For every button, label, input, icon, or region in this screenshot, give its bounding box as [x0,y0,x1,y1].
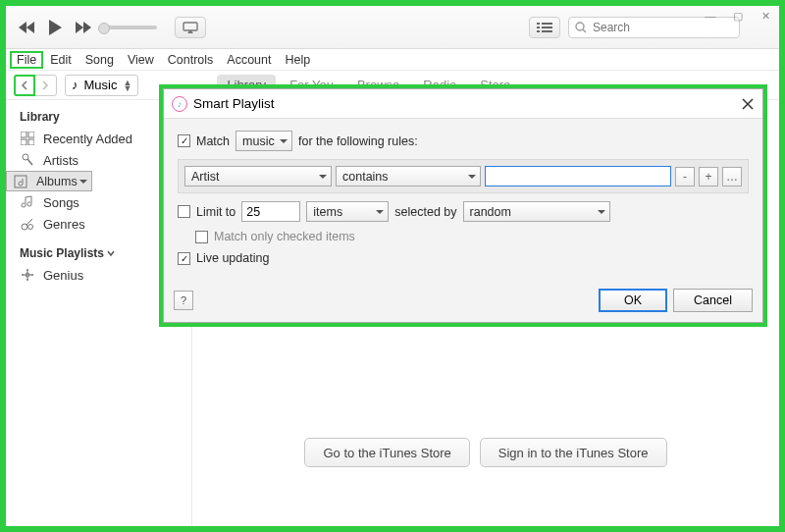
ok-button[interactable]: OK [599,289,667,312]
menu-edit[interactable]: Edit [43,51,78,69]
signin-store-button[interactable]: Sign in to the iTunes Store [480,438,667,467]
sidebar-item-label: Genres [43,217,85,232]
svg-rect-10 [28,132,34,137]
selected-by-label: selected by [394,205,456,219]
mic-icon [20,152,35,168]
match-suffix-label: for the following rules: [298,134,418,148]
genius-icon [20,267,35,283]
media-selector[interactable]: ♪ Music ▲▼ [65,75,138,96]
play-icon[interactable] [43,16,67,39]
note-icon [20,194,35,210]
match-checkbox[interactable] [178,134,190,147]
window-maximize[interactable]: ▢ [724,6,752,26]
menu-account[interactable]: Account [220,51,278,69]
chevron-down-icon [107,249,115,257]
nav-back-button[interactable] [14,75,35,96]
svg-rect-4 [542,23,552,25]
sidebar-item-label: Recently Added [43,132,132,146]
rule-operator-select[interactable]: contains [336,166,481,186]
volume-slider[interactable] [104,26,157,29]
smart-playlist-dialog-highlight: ♪ Smart Playlist Match music for the fol… [159,84,767,327]
sidebar-item-label: Artists [43,153,78,168]
sidebar-item-label: Albums [36,175,78,188]
sidebar-item-label: Songs [43,195,79,210]
previous-icon[interactable] [16,16,39,39]
dialog-close-button[interactable] [739,95,757,113]
svg-rect-0 [183,23,197,30]
selected-by-select[interactable]: random [463,201,610,222]
top-toolbar [6,6,779,49]
match-checked-items-label: Match only checked items [214,230,355,243]
menu-bar: File Edit Song View Controls Account Hel… [6,49,779,71]
menu-help[interactable]: Help [279,51,318,69]
limit-checkbox[interactable] [178,205,190,218]
svg-point-18 [28,225,33,230]
live-updating-checkbox[interactable] [178,252,190,265]
svg-rect-12 [28,139,34,145]
svg-rect-3 [537,30,540,32]
svg-rect-6 [542,30,552,32]
limit-value-input[interactable] [241,201,300,222]
match-type-select[interactable]: music [236,131,292,151]
svg-rect-1 [537,23,540,25]
remove-rule-button[interactable]: - [675,167,695,186]
album-icon [13,174,28,189]
menu-view[interactable]: View [121,51,161,69]
svg-line-17 [26,219,32,225]
next-icon[interactable] [71,16,94,39]
smart-playlist-dialog: ♪ Smart Playlist Match music for the fol… [163,88,763,323]
svg-line-8 [583,29,586,32]
nav-forward-button[interactable] [34,76,56,95]
add-rule-button[interactable]: + [699,167,718,186]
search-icon [575,22,587,33]
dialog-title: Smart Playlist [193,96,275,111]
nest-rule-button[interactable]: … [722,167,742,186]
rule-value-input[interactable] [485,166,671,186]
close-icon [742,98,754,110]
help-button[interactable]: ? [174,291,193,310]
limit-unit-select[interactable]: items [306,201,389,222]
match-label: Match [196,134,230,148]
window-minimize[interactable]: — [697,6,724,26]
svg-point-7 [576,23,584,30]
limit-label: Limit to [196,205,236,219]
svg-rect-2 [537,27,540,28]
sidebar-item-label: Genius [43,268,83,283]
dialog-titlebar: ♪ Smart Playlist [164,89,762,119]
media-selector-label: Music [84,78,118,92]
smart-playlist-icon: ♪ [172,96,187,112]
menu-song[interactable]: Song [78,51,121,69]
rule-row: Artist contains - + … [178,159,749,193]
match-checked-items-checkbox[interactable] [195,231,208,243]
menu-controls[interactable]: Controls [161,51,221,69]
grid-icon [20,131,35,146]
list-view-icon[interactable] [529,17,560,38]
svg-line-14 [27,159,32,165]
rule-field-select[interactable]: Artist [184,166,332,186]
svg-rect-5 [542,27,552,28]
music-note-icon: ♪ [72,78,78,92]
cancel-button[interactable]: Cancel [673,289,753,312]
sidebar-item-albums[interactable]: Albums [6,171,92,191]
goto-store-button[interactable]: Go to the iTunes Store [304,438,469,467]
live-updating-label: Live updating [196,251,269,265]
svg-rect-9 [21,132,26,137]
menu-file[interactable]: File [10,51,43,69]
airplay-icon[interactable] [175,17,206,38]
chevron-updown-icon: ▲▼ [123,80,131,91]
svg-rect-11 [21,139,26,145]
guitar-icon [20,216,35,232]
window-close[interactable]: ✕ [752,6,779,26]
